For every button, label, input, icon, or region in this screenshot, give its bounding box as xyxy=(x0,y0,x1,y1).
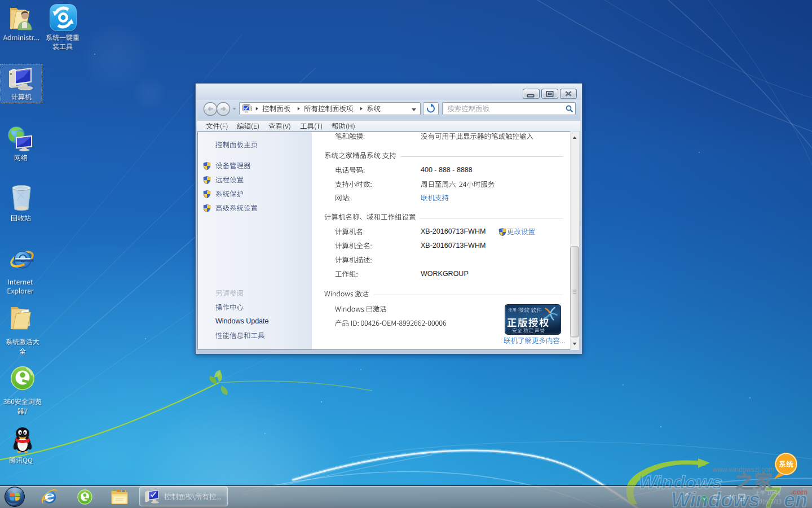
svg-text:7: 7 xyxy=(764,481,781,508)
svg-text:Windows: Windows xyxy=(638,471,722,493)
svg-text:.com: .com xyxy=(791,488,807,496)
